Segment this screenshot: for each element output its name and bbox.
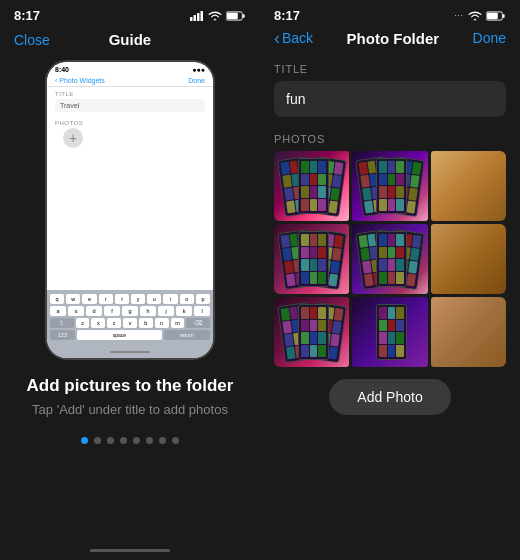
left-status-bar: 8:17: [0, 0, 260, 27]
mockup-time: 8:40: [55, 66, 69, 73]
dot-3[interactable]: [107, 437, 114, 444]
kb-key-z[interactable]: z: [76, 318, 90, 328]
kb-key-k[interactable]: k: [176, 306, 192, 316]
kb-key-123[interactable]: 123: [50, 330, 75, 340]
kb-key-s[interactable]: s: [68, 306, 84, 316]
svg-rect-1: [194, 15, 197, 21]
add-photo-button[interactable]: Add Photo: [329, 379, 450, 415]
right-nav: Back Photo Folder Done: [260, 27, 520, 55]
kb-key-w[interactable]: w: [66, 294, 80, 304]
guide-title: Guide: [109, 31, 152, 48]
kb-key-u[interactable]: u: [147, 294, 161, 304]
kb-key-v[interactable]: v: [123, 318, 137, 328]
kb-key-d[interactable]: d: [86, 306, 102, 316]
mockup-status-icons: ●●●: [192, 66, 205, 73]
right-battery-icon: [486, 11, 506, 21]
kb-key-g[interactable]: g: [122, 306, 138, 316]
svg-rect-0: [190, 17, 193, 21]
kb-key-return[interactable]: return: [164, 330, 210, 340]
kb-key-l[interactable]: l: [194, 306, 210, 316]
photo-cell-1[interactable]: [274, 151, 349, 221]
done-button[interactable]: Done: [473, 30, 506, 46]
svg-rect-5: [243, 14, 245, 18]
right-wifi-icon: [468, 11, 482, 21]
kb-key-h[interactable]: h: [140, 306, 156, 316]
photo-cell-9[interactable]: [431, 297, 506, 367]
photo-row-2: [274, 224, 506, 294]
mockup-status-bar: 8:40 ●●●: [47, 62, 213, 75]
title-input-field[interactable]: fun: [274, 81, 506, 117]
photo-row-3: [274, 297, 506, 367]
phone-mockup: 8:40 ●●● ‹ Photo Widgets Done TITLE Trav…: [45, 60, 215, 360]
battery-icon: [226, 11, 246, 21]
left-status-icons: [190, 11, 246, 21]
kb-key-e[interactable]: e: [82, 294, 96, 304]
title-section-label: TITLE: [274, 63, 506, 75]
photos-section: PHOTOS: [274, 133, 506, 367]
close-button[interactable]: Close: [14, 32, 50, 48]
back-label: Back: [282, 30, 313, 46]
back-button[interactable]: Back: [274, 29, 313, 47]
wifi-icon: [208, 11, 222, 21]
dot-2[interactable]: [94, 437, 101, 444]
right-status-bar: 8:17 ···: [260, 0, 520, 27]
kb-key-p[interactable]: p: [196, 294, 210, 304]
dot-5[interactable]: [133, 437, 140, 444]
signal-icon: [190, 11, 204, 21]
dot-4[interactable]: [120, 437, 127, 444]
right-status-time: 8:17: [274, 8, 300, 23]
dot-6[interactable]: [146, 437, 153, 444]
left-nav: Close Guide: [0, 27, 260, 56]
right-panel: 8:17 ··· Back Photo Folder Done TITLE fu…: [260, 0, 520, 560]
kb-key-x[interactable]: x: [91, 318, 105, 328]
mockup-home-bar: [47, 346, 213, 358]
photo-cell-3[interactable]: [431, 151, 506, 221]
kb-key-space[interactable]: space: [77, 330, 162, 340]
instruction-sub-text: Tap 'Add' under title to add photos: [27, 402, 234, 417]
kb-key-n[interactable]: n: [155, 318, 169, 328]
photos-section-label: PHOTOS: [274, 133, 506, 145]
photo-cell-2[interactable]: [352, 151, 427, 221]
svg-rect-2: [197, 13, 200, 21]
mockup-nav: ‹ Photo Widgets Done: [47, 75, 213, 87]
kb-key-a[interactable]: a: [50, 306, 66, 316]
svg-rect-9: [487, 12, 498, 18]
mockup-photos-label: PHOTOS: [55, 120, 205, 126]
kb-key-backspace[interactable]: ⌫: [186, 318, 210, 328]
mockup-done: Done: [188, 77, 205, 84]
svg-rect-3: [201, 11, 204, 21]
kb-key-r[interactable]: r: [99, 294, 113, 304]
photo-cell-7[interactable]: [274, 297, 349, 367]
kb-key-q[interactable]: q: [50, 294, 64, 304]
kb-key-y[interactable]: y: [131, 294, 145, 304]
kb-key-c[interactable]: c: [107, 318, 121, 328]
home-indicator: [90, 549, 170, 552]
photo-cell-6[interactable]: [431, 224, 506, 294]
mockup-add-circle[interactable]: +: [63, 128, 83, 148]
page-dots: [81, 437, 179, 444]
dot-8[interactable]: [172, 437, 179, 444]
mockup-keyboard: q w e r t y u i o p a s d f g h: [47, 290, 213, 346]
kb-key-t[interactable]: t: [115, 294, 129, 304]
svg-rect-6: [227, 12, 238, 18]
mockup-content: TITLE Travel PHOTOS +: [47, 87, 213, 290]
instruction-block: Add pictures to the folder Tap 'Add' und…: [7, 376, 254, 417]
instruction-main-text: Add pictures to the folder: [27, 376, 234, 396]
kb-key-b[interactable]: b: [139, 318, 153, 328]
svg-rect-8: [503, 14, 505, 18]
kb-key-f[interactable]: f: [104, 306, 120, 316]
mockup-title-label: TITLE: [55, 91, 205, 97]
mockup-back: ‹ Photo Widgets: [55, 77, 105, 84]
dot-1[interactable]: [81, 437, 88, 444]
photo-cell-5[interactable]: [352, 224, 427, 294]
photo-cell-8[interactable]: [352, 297, 427, 367]
kb-key-j[interactable]: j: [158, 306, 174, 316]
left-status-time: 8:17: [14, 8, 40, 23]
photo-cell-4[interactable]: [274, 224, 349, 294]
kb-key-o[interactable]: o: [180, 294, 194, 304]
kb-key-i[interactable]: i: [163, 294, 177, 304]
kb-key-shift[interactable]: ⇧: [50, 318, 74, 328]
dot-7[interactable]: [159, 437, 166, 444]
kb-key-m[interactable]: m: [171, 318, 185, 328]
signal-dots-icon: ···: [454, 11, 464, 20]
